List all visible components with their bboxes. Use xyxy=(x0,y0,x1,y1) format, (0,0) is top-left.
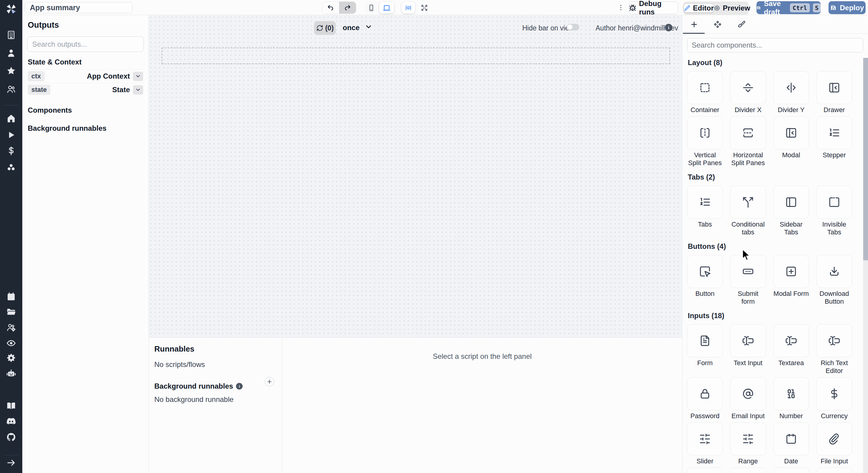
tab-component-settings[interactable] xyxy=(706,15,730,34)
search-components-input[interactable] xyxy=(687,38,863,53)
app-summary-input[interactable] xyxy=(25,2,133,13)
component-tile-rich-text-editor[interactable] xyxy=(816,324,852,357)
dollar-icon[interactable] xyxy=(6,146,16,156)
tab-insert-component[interactable] xyxy=(682,15,706,34)
chevron-down-icon[interactable] xyxy=(365,23,373,31)
more-menu-button[interactable] xyxy=(614,1,627,13)
eye-icon[interactable] xyxy=(6,338,16,348)
separator-vertical-icon xyxy=(785,82,797,94)
component-tile-horizontal-split-panes[interactable] xyxy=(730,116,766,150)
search-outputs-input[interactable] xyxy=(27,36,144,52)
home-icon[interactable] xyxy=(6,114,16,124)
ctx-row[interactable]: ctx App Context xyxy=(27,69,144,83)
undo-button[interactable] xyxy=(322,1,339,14)
calendar-icon xyxy=(785,433,797,445)
schedule-select[interactable]: once xyxy=(343,24,360,32)
component-tile-sidebar-tabs[interactable] xyxy=(773,186,809,219)
component-card: Range xyxy=(730,422,766,465)
component-tile[interactable] xyxy=(773,468,809,473)
scrollbar-track[interactable] xyxy=(863,58,868,473)
center-content-button[interactable] xyxy=(401,2,415,13)
list-ordered-icon xyxy=(699,196,711,208)
book-icon[interactable] xyxy=(6,401,16,411)
component-tile-email-input[interactable] xyxy=(730,377,766,410)
info-icon[interactable]: i xyxy=(665,24,673,31)
component-tile[interactable] xyxy=(816,468,852,473)
bot-icon[interactable] xyxy=(6,369,16,379)
section-title: Buttons (4) xyxy=(688,242,863,251)
windmill-logo[interactable] xyxy=(4,2,18,15)
component-card: Modal xyxy=(773,116,809,167)
binary-icon xyxy=(785,388,797,400)
component-grid: TabsConditional tabsSidebar TabsInvisibl… xyxy=(687,186,863,236)
deploy-button[interactable]: Deploy xyxy=(829,1,866,14)
component-tile-file-input[interactable] xyxy=(816,422,852,455)
user-icon[interactable] xyxy=(6,48,16,58)
tab-editor[interactable]: Editor xyxy=(684,4,714,12)
add-background-runnable-button[interactable] xyxy=(265,377,274,386)
active-tab-underline xyxy=(683,33,705,34)
component-tile-download-button[interactable] xyxy=(816,255,852,288)
folder-icon[interactable] xyxy=(6,307,16,317)
tab-preview[interactable]: Preview xyxy=(714,4,750,12)
component-tile-range[interactable] xyxy=(730,422,766,455)
scrollbar-thumb[interactable] xyxy=(863,58,868,260)
boxes-icon[interactable] xyxy=(6,163,16,173)
background-runnables-title: Background runnables xyxy=(28,124,144,132)
component-tile-submit-form[interactable] xyxy=(730,255,766,288)
component-panel-tabs xyxy=(682,15,868,34)
star-icon[interactable] xyxy=(6,66,16,76)
component-label: Container xyxy=(690,106,719,114)
bug-icon xyxy=(629,4,636,12)
arrow-right-icon[interactable] xyxy=(6,458,16,468)
component-tile[interactable] xyxy=(730,468,766,473)
state-expand-button[interactable] xyxy=(133,85,143,95)
ctx-expand-button[interactable] xyxy=(133,72,143,81)
component-tile-container[interactable] xyxy=(687,71,723,104)
building-icon[interactable] xyxy=(6,30,16,40)
component-tile-divider-y[interactable] xyxy=(773,71,809,104)
state-row[interactable]: state State xyxy=(27,83,144,96)
users-cog-icon[interactable] xyxy=(6,323,16,333)
play-icon[interactable] xyxy=(6,130,16,140)
component-tile-modal[interactable] xyxy=(773,116,809,150)
component-tile-date[interactable] xyxy=(773,422,809,455)
component-card: Form xyxy=(687,324,723,375)
fullscreen-button[interactable] xyxy=(418,2,430,13)
app-canvas[interactable]: (0) once Hide bar on view Author henri@w… xyxy=(149,15,682,338)
desktop-view-button[interactable] xyxy=(379,2,394,13)
component-tile-number[interactable] xyxy=(773,377,809,410)
component-tile-textarea[interactable] xyxy=(773,324,809,357)
hide-bar-toggle[interactable] xyxy=(567,24,579,30)
component-tile-conditional-tabs[interactable] xyxy=(730,186,766,219)
component-tile-text-input[interactable] xyxy=(730,324,766,357)
discord-icon[interactable] xyxy=(6,416,16,426)
component-tile-divider-x[interactable] xyxy=(730,71,766,104)
component-tile-form[interactable] xyxy=(687,324,723,357)
github-icon[interactable] xyxy=(6,432,16,442)
component-tile-stepper[interactable] xyxy=(816,116,852,150)
component-tile-password[interactable] xyxy=(687,377,723,410)
mobile-view-button[interactable] xyxy=(365,2,378,13)
component-tile-button[interactable] xyxy=(687,255,723,288)
refresh-button[interactable]: (0) xyxy=(314,21,336,35)
component-label: Rich Text Editor xyxy=(816,359,852,375)
component-tile-invisible-tabs[interactable] xyxy=(816,186,852,219)
users-icon[interactable] xyxy=(6,84,16,94)
save-draft-button[interactable]: Save draft Ctrl S xyxy=(756,1,821,14)
settings-icon[interactable] xyxy=(6,353,16,363)
component-tile-tabs[interactable] xyxy=(687,186,723,219)
component-label: Textarea xyxy=(778,359,804,367)
component-tile[interactable] xyxy=(687,468,723,473)
component-tile-drawer[interactable] xyxy=(816,71,852,104)
component-tile-currency[interactable] xyxy=(816,377,852,410)
section-title: Inputs (18) xyxy=(688,312,863,320)
component-tile-vertical-split-panes[interactable] xyxy=(687,116,723,150)
component-tile-modal-form[interactable] xyxy=(773,255,809,288)
tab-theme[interactable] xyxy=(730,15,753,34)
debug-runs-button[interactable]: Debug runs xyxy=(629,1,678,14)
redo-button[interactable] xyxy=(339,1,356,14)
component-drop-zone[interactable] xyxy=(161,48,670,64)
component-tile-slider[interactable] xyxy=(687,422,723,455)
calendar-icon[interactable] xyxy=(6,292,16,302)
